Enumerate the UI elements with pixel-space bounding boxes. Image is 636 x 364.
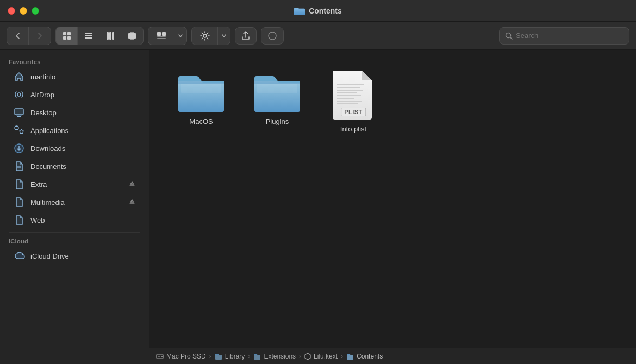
svg-rect-16 <box>157 32 161 36</box>
svg-rect-10 <box>107 32 109 40</box>
search-input[interactable] <box>516 32 623 40</box>
svg-rect-14 <box>130 32 134 33</box>
view-list-button[interactable] <box>78 27 99 45</box>
svg-rect-3 <box>63 32 66 35</box>
sidebar-item-martinlo[interactable]: martinlo <box>4 68 145 85</box>
tag-button[interactable] <box>261 27 284 45</box>
title-folder-icon <box>294 7 305 15</box>
airdrop-icon <box>13 89 25 101</box>
plugins-label: Plugins <box>266 117 289 125</box>
svg-rect-26 <box>16 115 22 116</box>
documents-icon <box>13 160 25 172</box>
svg-rect-11 <box>109 32 111 40</box>
web-icon <box>13 214 25 226</box>
svg-point-44 <box>161 356 163 357</box>
main-content: Favourites martinlo AirDrop <box>0 50 636 364</box>
svg-rect-19 <box>157 38 166 39</box>
svg-rect-15 <box>130 39 134 40</box>
breadcrumb-mac-pro-ssd[interactable]: Mac Pro SSD <box>156 353 206 360</box>
breadcrumb-sep-2: › <box>248 353 250 360</box>
sidebar-item-icloud-drive[interactable]: iCloud Drive <box>4 247 145 265</box>
breadcrumb-lilu-kext-label: Lilu.kext <box>314 353 338 360</box>
plist-label: Info.plist <box>340 125 366 133</box>
search-icon <box>505 32 513 40</box>
sidebar-applications-label: Applications <box>30 127 136 135</box>
toolbar <box>0 22 636 50</box>
window-title: Contents <box>309 7 342 15</box>
sidebar-downloads-label: Downloads <box>30 145 136 153</box>
minimize-button[interactable] <box>20 7 27 15</box>
eject-multimedia-icon[interactable] <box>128 198 136 207</box>
extensions-folder-icon <box>253 353 261 360</box>
view-buttons <box>55 27 144 45</box>
close-button[interactable] <box>8 7 15 15</box>
gear-dropdown-button[interactable] <box>218 27 230 45</box>
svg-rect-13 <box>128 33 136 39</box>
window-title-area: Contents <box>294 7 342 15</box>
view-icon-button[interactable] <box>56 27 78 45</box>
group-dropdown-button[interactable] <box>174 27 186 45</box>
file-item-plist[interactable]: PLIST Info.plist <box>323 66 383 137</box>
title-bar: Contents <box>0 0 636 22</box>
view-cover-button[interactable] <box>121 27 143 45</box>
gear-button[interactable] <box>192 27 218 45</box>
downloads-icon <box>13 142 25 154</box>
sidebar-divider <box>9 232 140 233</box>
sidebar-item-downloads[interactable]: Downloads <box>4 140 145 157</box>
kext-icon <box>304 353 311 360</box>
file-grid: MacOS <box>149 50 636 348</box>
breadcrumb-lilu-kext[interactable]: Lilu.kext <box>304 353 338 360</box>
svg-rect-18 <box>157 36 166 37</box>
sidebar-airdrop-label: AirDrop <box>30 91 136 99</box>
nav-buttons <box>7 27 51 45</box>
back-button[interactable] <box>7 27 29 45</box>
macos-folder-icon <box>177 71 226 112</box>
sidebar-martinlo-label: martinlo <box>30 73 136 81</box>
traffic-lights <box>8 7 39 15</box>
multimedia-icon <box>13 196 25 208</box>
sidebar: Favourites martinlo AirDrop <box>0 50 149 364</box>
file-item-macos[interactable]: MacOS <box>171 66 231 137</box>
settings-button <box>191 27 230 45</box>
sidebar-item-multimedia[interactable]: Multimedia <box>4 193 145 211</box>
svg-rect-6 <box>67 36 71 40</box>
breadcrumb-contents[interactable]: Contents <box>346 353 383 360</box>
sidebar-item-desktop[interactable]: Desktop <box>4 104 145 121</box>
breadcrumb-contents-label: Contents <box>357 353 383 360</box>
sidebar-item-web[interactable]: Web <box>4 211 145 229</box>
svg-rect-2 <box>294 8 305 15</box>
view-column-button[interactable] <box>99 27 121 45</box>
group-button <box>148 27 187 45</box>
contents-folder-icon <box>346 353 354 360</box>
sidebar-extra-label: Extra <box>30 180 123 189</box>
sidebar-item-airdrop[interactable]: AirDrop <box>4 86 145 103</box>
svg-rect-4 <box>67 32 71 35</box>
svg-rect-24 <box>15 109 23 115</box>
sidebar-item-documents[interactable]: Documents <box>4 158 145 175</box>
breadcrumb-extensions[interactable]: Extensions <box>253 353 296 360</box>
plugins-folder-icon <box>253 71 302 112</box>
forward-button[interactable] <box>29 27 51 45</box>
sidebar-item-extra[interactable]: Extra <box>4 175 145 193</box>
sidebar-multimedia-label: Multimedia <box>30 198 123 206</box>
file-item-plugins[interactable]: Plugins <box>247 66 307 137</box>
plist-badge: PLIST <box>341 108 366 116</box>
svg-rect-8 <box>85 35 92 36</box>
share-button[interactable] <box>235 27 257 45</box>
search-bar[interactable] <box>499 27 629 45</box>
sidebar-documents-label: Documents <box>30 162 136 171</box>
favourites-label: Favourites <box>0 57 149 67</box>
plist-icon-wrap: PLIST <box>333 71 374 120</box>
breadcrumb-library[interactable]: Library <box>215 353 245 360</box>
status-bar: Mac Pro SSD › Library › Extensions <box>149 348 636 364</box>
svg-rect-7 <box>85 33 92 34</box>
breadcrumb-mac-pro-ssd-label: Mac Pro SSD <box>166 353 206 360</box>
maximize-button[interactable] <box>32 7 39 15</box>
file-area: MacOS <box>149 50 636 364</box>
svg-rect-25 <box>17 116 21 117</box>
svg-rect-17 <box>162 32 166 36</box>
breadcrumb-sep-4: › <box>341 353 343 360</box>
group-main-button[interactable] <box>148 27 174 45</box>
sidebar-item-applications[interactable]: Applications <box>4 122 145 139</box>
eject-extra-icon[interactable] <box>128 180 136 189</box>
